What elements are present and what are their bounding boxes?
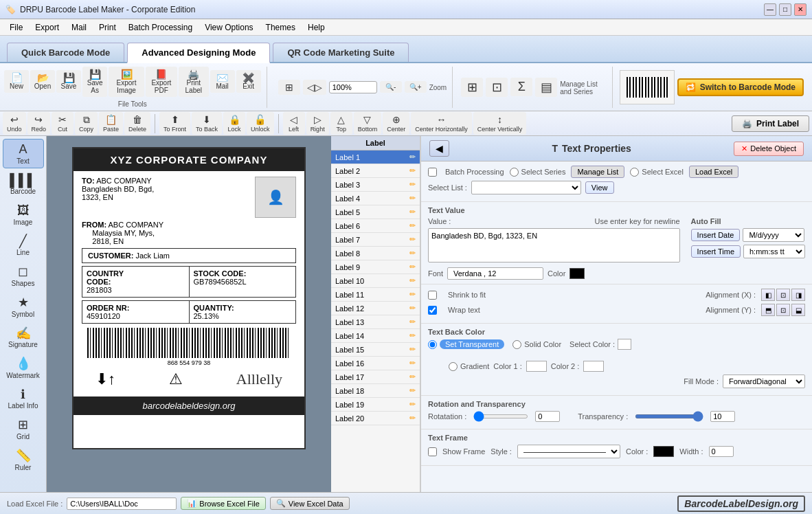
to-front-action-btn[interactable]: ⬆To Front (159, 112, 190, 135)
lock-action-btn[interactable]: 🔒Lock (223, 112, 245, 135)
sidebar-tool-ruler[interactable]: 📏Ruler (3, 445, 44, 475)
menu-item-themes[interactable]: Themes (260, 21, 301, 34)
select-list-combo[interactable] (471, 181, 581, 194)
copy-action-btn[interactable]: ⧉Copy (75, 112, 98, 135)
frame-color-swatch[interactable] (653, 446, 674, 457)
label-list-item-19[interactable]: Label 19✏ (331, 398, 420, 412)
color1-swatch[interactable] (526, 361, 547, 372)
sidebar-tool-watermark[interactable]: 💧Watermark (3, 353, 44, 383)
align-y-bot-btn[interactable]: ⬓ (791, 304, 805, 316)
menu-item-print[interactable]: Print (93, 21, 122, 34)
sidebar-tool-grid[interactable]: ⊞Grid (3, 414, 44, 444)
label-list-item-14[interactable]: Label 14✏ (331, 329, 420, 343)
redo-action-btn[interactable]: ↪Redo (27, 112, 51, 135)
center-horizontally-action-btn[interactable]: ↔Center Horizontally (411, 112, 472, 135)
label-list-item-4[interactable]: Label 4✏ (331, 192, 420, 205)
align-x-center-btn[interactable]: ⊡ (776, 289, 790, 301)
label-list-item-12[interactable]: Label 12✏ (331, 302, 420, 315)
delete-object-button[interactable]: ✕ Delete Object (734, 142, 804, 156)
open-btn[interactable]: 📂Open (30, 70, 55, 93)
top-action-btn[interactable]: △Top (330, 112, 352, 135)
to-back-action-btn[interactable]: ⬇To Back (192, 112, 222, 135)
transparency-slider[interactable] (635, 414, 703, 418)
sidebar-tool-barcode[interactable]: ▌▌▌Barcode (3, 170, 44, 199)
menu-item-mail[interactable]: Mail (66, 21, 92, 34)
rotation-input[interactable] (535, 411, 560, 422)
frame-width-input[interactable] (709, 446, 734, 457)
label-list-item-18[interactable]: Label 18✏ (331, 384, 420, 398)
shrink-to-fit-checkbox[interactable] (428, 291, 437, 300)
file-path-input[interactable] (67, 498, 177, 510)
tab-advanced-designing-mode[interactable]: Advanced Designing Mode (127, 43, 270, 63)
center-vertically-action-btn[interactable]: ↕Center Vertically (473, 112, 527, 135)
center-action-btn[interactable]: ⊕Center (383, 112, 409, 135)
label-list-item-11[interactable]: Label 11✏ (331, 288, 420, 302)
select-excel-radio[interactable] (630, 168, 639, 177)
sidebar-tool-label-info[interactable]: ℹLabel Info (3, 384, 44, 414)
tab-quick-barcode-mode[interactable]: Quick Barcode Mode (7, 43, 124, 62)
rotation-slider[interactable] (473, 414, 528, 418)
align-y-top-btn[interactable]: ⬒ (761, 304, 775, 316)
frame-style-select[interactable]: ———————————— (517, 445, 620, 458)
label-list-item-13[interactable]: Label 13✏ (331, 315, 420, 329)
label-list-item-1[interactable]: Label 1✏ (331, 150, 420, 164)
export-pdf-btn[interactable]: 📕Export PDF (146, 67, 177, 97)
save-btn[interactable]: 💾Save (56, 70, 81, 93)
color2-swatch[interactable] (583, 361, 604, 372)
manage-list-button[interactable]: Manage List (571, 166, 624, 178)
print-label-btn[interactable]: 🖨️Print Label (179, 67, 209, 97)
zoom-input[interactable] (329, 81, 377, 93)
transparency-input[interactable] (710, 411, 735, 422)
label-list-item-9[interactable]: Label 9✏ (331, 260, 420, 274)
close-button[interactable]: ✕ (794, 3, 807, 16)
paste-action-btn[interactable]: 📋Paste (99, 112, 123, 135)
align-x-left-btn[interactable]: ◧ (761, 289, 775, 301)
view-button[interactable]: View (585, 181, 614, 194)
insert-time-button[interactable]: Insert Time (691, 245, 741, 258)
label-list-item-8[interactable]: Label 8✏ (331, 247, 420, 260)
exit-btn[interactable]: ✖️Exit (236, 70, 261, 93)
sidebar-tool-line[interactable]: ╱Line (3, 231, 44, 260)
bottom-action-btn[interactable]: ▽Bottom (354, 112, 382, 135)
label-list-item-5[interactable]: Label 5✏ (331, 205, 420, 219)
label-list-item-17[interactable]: Label 17✏ (331, 370, 420, 384)
solid-color-radio[interactable] (512, 340, 521, 349)
sidebar-tool-image[interactable]: 🖼Image (3, 200, 44, 230)
label-list-item-6[interactable]: Label 6✏ (331, 219, 420, 233)
manage-btn-3[interactable]: Σ (510, 78, 532, 96)
label-list-item-3[interactable]: Label 3✏ (331, 178, 420, 192)
fill-mode-select[interactable]: ForwardDiagonal (723, 375, 805, 388)
left-action-btn[interactable]: ◁Left (283, 112, 305, 135)
view-excel-button[interactable]: 🔍 View Excel Data (270, 497, 350, 510)
color-swatch[interactable] (569, 268, 585, 279)
zoom-in-btn[interactable]: 🔍+ (405, 81, 427, 93)
select-series-radio[interactable] (510, 168, 519, 177)
set-transparent-radio[interactable] (428, 340, 437, 349)
export-image-btn[interactable]: 🖼️Export Image (109, 67, 144, 97)
zoom-prev-btn[interactable]: ◁▷ (303, 80, 326, 95)
menu-item-batch-processing[interactable]: Batch Processing (123, 21, 198, 34)
insert-date-format-select[interactable]: M/d/yyyy (743, 228, 804, 242)
unlock-action-btn[interactable]: 🔓Unlock (247, 112, 274, 135)
menu-item-view-options[interactable]: View Options (199, 21, 258, 34)
manage-btn-4[interactable]: ▤ (535, 78, 557, 97)
label-list-item-7[interactable]: Label 7✏ (331, 233, 420, 247)
label-list-item-16[interactable]: Label 16✏ (331, 357, 420, 370)
menu-item-export[interactable]: Export (30, 21, 65, 34)
load-excel-button[interactable]: Load Excel (689, 166, 738, 178)
print-label-action-btn[interactable]: 🖨️Print Label (732, 115, 809, 132)
zoom-fit-btn[interactable]: ⊞ (278, 80, 300, 95)
switch-barcode-btn[interactable]: 🔁 Switch to Barcode Mode (677, 78, 804, 96)
maximize-button[interactable]: □ (779, 3, 791, 16)
align-y-mid-btn[interactable]: ⊡ (776, 304, 790, 316)
sidebar-tool-signature[interactable]: ✍Signature (3, 323, 44, 353)
sidebar-tool-shapes[interactable]: ◻Shapes (3, 261, 44, 291)
label-list-item-15[interactable]: Label 15✏ (331, 343, 420, 357)
insert-time-format-select[interactable]: h:mm:ss tt (743, 245, 805, 258)
menu-item-help[interactable]: Help (302, 21, 330, 34)
undo-action-btn[interactable]: ↩Undo (3, 112, 26, 135)
sidebar-tool-text[interactable]: AText (3, 139, 44, 168)
select-color-swatch[interactable] (618, 339, 631, 350)
wrap-text-checkbox[interactable] (428, 306, 437, 315)
text-value-input[interactable] (428, 228, 680, 262)
